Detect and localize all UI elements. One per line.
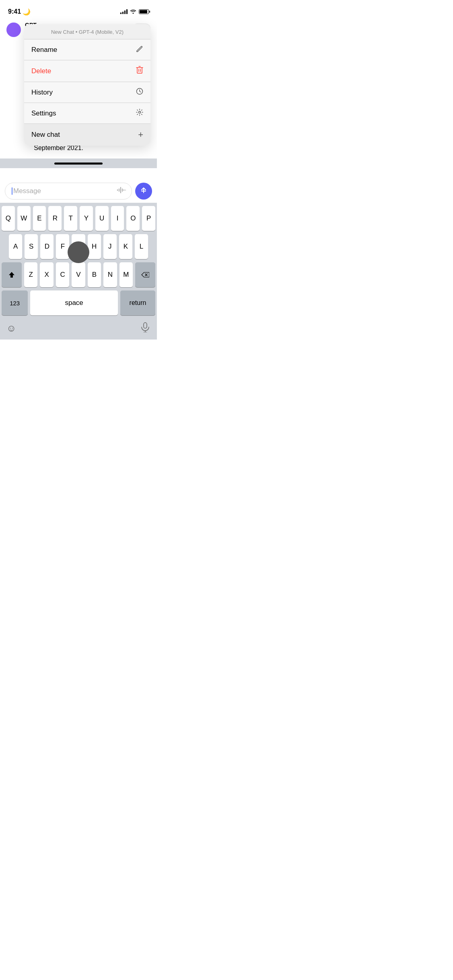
new-chat-menu-item[interactable]: New chat + (24, 124, 150, 146)
new-chat-icon: + (138, 130, 143, 140)
dropdown-overlay[interactable]: New Chat • GPT-4 (Mobile, V2) Rename Del… (0, 0, 157, 340)
rename-menu-item[interactable]: Rename (24, 39, 150, 60)
history-label: History (31, 89, 53, 97)
dropdown-menu: New Chat • GPT-4 (Mobile, V2) Rename Del… (24, 24, 150, 146)
delete-menu-item[interactable]: Delete (24, 60, 150, 82)
dropdown-header: New Chat • GPT-4 (Mobile, V2) (24, 24, 150, 39)
rename-label: Rename (31, 46, 57, 54)
history-icon (136, 88, 143, 97)
new-chat-label: New chat (31, 131, 60, 139)
delete-icon (136, 66, 143, 76)
settings-menu-item[interactable]: Settings (24, 103, 150, 124)
rename-icon (136, 45, 143, 54)
history-menu-item[interactable]: History (24, 82, 150, 103)
settings-icon (136, 109, 143, 118)
drag-indicator (68, 241, 89, 263)
settings-label: Settings (31, 109, 56, 117)
delete-label: Delete (31, 67, 51, 75)
svg-point-1 (139, 111, 141, 113)
